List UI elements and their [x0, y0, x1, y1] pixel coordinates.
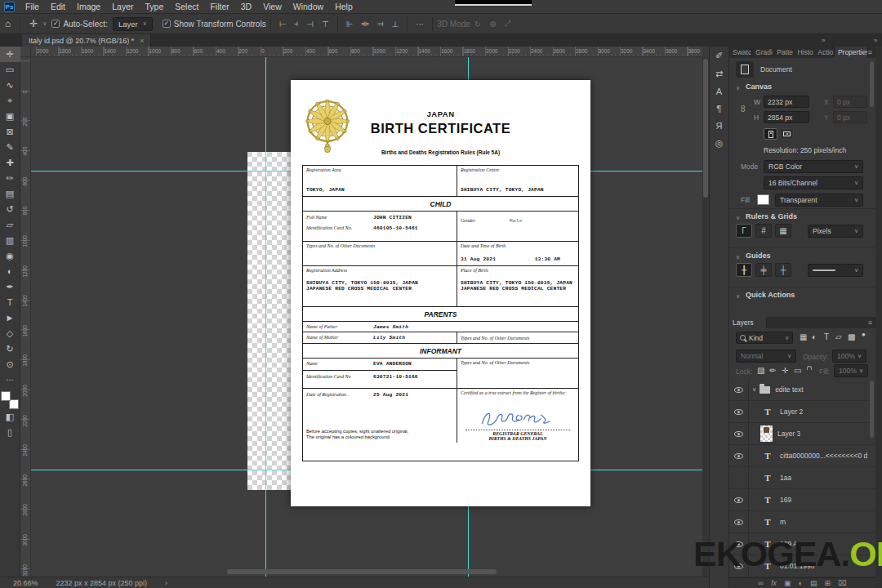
- fill-swatch[interactable]: [757, 194, 769, 205]
- filter-type-layers-icon[interactable]: T: [824, 332, 829, 341]
- certificate-page[interactable]: JAPAN BIRTH CERTIFICATE Births and Death…: [291, 80, 590, 506]
- home-icon[interactable]: ⌂: [0, 14, 16, 34]
- path-selection-tool[interactable]: ►: [0, 310, 20, 326]
- pen-tool[interactable]: ✒: [0, 279, 20, 295]
- align-left-icon[interactable]: ⊢: [275, 20, 291, 29]
- paragraph-panel-icon[interactable]: ¶: [717, 104, 722, 114]
- layer-mask-icon[interactable]: ▣: [784, 578, 791, 588]
- move-tool-icon[interactable]: ✛: [24, 14, 42, 34]
- toggle-grid-button[interactable]: #: [755, 224, 772, 238]
- vertical-ruler[interactable]: 0200400600800100012001400160018002000220…: [20, 57, 31, 577]
- menu-item[interactable]: Image: [71, 0, 106, 14]
- shape-tool[interactable]: ◇: [0, 326, 20, 341]
- menu-item[interactable]: Type: [139, 0, 169, 14]
- filter-smart-objects-icon[interactable]: ▩: [848, 332, 855, 341]
- link-layers-icon[interactable]: ∞: [759, 578, 764, 588]
- horizontal-scrollbar[interactable]: [31, 568, 702, 575]
- color-swatches[interactable]: [1, 391, 19, 409]
- delete-layer-icon[interactable]: ⌧: [838, 578, 846, 588]
- object-selection-tool[interactable]: ⌖: [0, 93, 20, 109]
- link-dimensions-icon[interactable]: 8: [741, 105, 746, 114]
- lock-position-icon[interactable]: ✛: [782, 366, 788, 375]
- align-top-icon[interactable]: ⊤: [318, 20, 333, 29]
- eyedropper-tool[interactable]: ✎: [0, 140, 20, 155]
- collapse-panels-icon[interactable]: »: [822, 37, 824, 44]
- zoom-tool[interactable]: ⊙: [0, 357, 20, 372]
- tab-gradients[interactable]: Gradi: [752, 47, 773, 58]
- menu-item[interactable]: 3D: [235, 0, 257, 14]
- character-panel-icon[interactable]: A: [716, 87, 722, 96]
- history-brush-tool[interactable]: ↺: [0, 202, 20, 217]
- lock-artboard-icon[interactable]: ▭: [794, 366, 801, 375]
- new-layer-icon[interactable]: ⊞: [824, 578, 831, 588]
- panel-menu-icon[interactable]: ≡: [868, 47, 875, 58]
- quick-mask-icon[interactable]: ◧: [0, 409, 20, 425]
- canvas-section-header[interactable]: Canvas: [746, 82, 772, 91]
- adjustment-layer-icon[interactable]: ◐: [799, 578, 803, 588]
- lock-guides-button[interactable]: ╪: [755, 263, 772, 277]
- tab-patterns[interactable]: Patte: [773, 47, 794, 58]
- document-tab[interactable]: Italy id.psd @ 20.7% (RGB/16) * ×: [22, 34, 151, 47]
- chevron-down-icon[interactable]: ∨: [42, 20, 47, 27]
- toggle-rulers-button[interactable]: Γ: [736, 224, 752, 238]
- collapse-dock-icon[interactable]: »: [874, 37, 876, 44]
- vertical-scrollbar[interactable]: [702, 57, 709, 577]
- transform-panel-icon[interactable]: ⇄: [715, 69, 723, 79]
- guide-style-dropdown[interactable]: ∨: [808, 264, 863, 277]
- layer-name[interactable]: m: [780, 518, 786, 526]
- chevron-down-icon[interactable]: ∨: [736, 215, 740, 221]
- zoom-level[interactable]: 20.66%: [13, 579, 38, 587]
- chevron-down-icon[interactable]: ∨: [736, 85, 740, 91]
- menu-item[interactable]: Window: [287, 0, 329, 14]
- lock-pixels-icon[interactable]: ✏: [769, 366, 776, 375]
- toggle-pixel-grid-button[interactable]: ▦: [775, 224, 791, 238]
- tab-swatches[interactable]: Swatc: [729, 47, 752, 58]
- layer-name[interactable]: edite text: [775, 385, 804, 394]
- distribute-right-icon[interactable]: ⫤: [373, 19, 388, 29]
- horizontal-ruler[interactable]: 2000180016001400120010008006004002000200…: [20, 47, 702, 57]
- portrait-orientation-button[interactable]: [764, 128, 777, 140]
- dodge-tool[interactable]: ◐: [0, 264, 20, 279]
- layer-row[interactable]: T 169: [729, 489, 875, 511]
- close-icon[interactable]: ×: [140, 37, 144, 45]
- menu-item[interactable]: Filter: [204, 0, 234, 14]
- rulers-grids-section-header[interactable]: Rulers & Grids: [746, 212, 797, 220]
- filter-pixel-layers-icon[interactable]: ▦: [800, 332, 807, 341]
- eraser-tool[interactable]: ▱: [0, 217, 20, 233]
- properties-scrollbar[interactable]: [870, 61, 874, 107]
- filter-toggle-icon[interactable]: ●: [862, 331, 866, 338]
- guides-section-header[interactable]: Guides: [746, 252, 771, 260]
- ruler-units-dropdown[interactable]: Pixels∨: [808, 225, 863, 238]
- marquee-tool[interactable]: ▭: [0, 62, 20, 78]
- visibility-toggle[interactable]: [729, 467, 749, 488]
- layer-name[interactable]: 1aa: [780, 474, 791, 482]
- visibility-toggle[interactable]: [729, 511, 749, 532]
- menu-item[interactable]: Layer: [106, 0, 139, 14]
- layer-row[interactable]: T citta0000000...<<<<<<<<0 d: [729, 445, 875, 467]
- fill-dropdown[interactable]: Transparent∨: [775, 194, 863, 207]
- show-transform-checkbox[interactable]: ✓: [163, 20, 171, 28]
- align-right-icon[interactable]: ⊣: [302, 20, 318, 29]
- filter-adjustment-layers-icon[interactable]: ◐: [812, 332, 817, 341]
- distribute-center-icon[interactable]: ⟚: [358, 19, 373, 29]
- filter-shape-layers-icon[interactable]: ▱: [835, 332, 842, 341]
- layer-name[interactable]: 169: [780, 496, 791, 504]
- layer-row[interactable]: T m: [729, 511, 875, 533]
- chevron-down-icon[interactable]: ∨: [736, 293, 740, 300]
- glyphs-panel-icon[interactable]: Я: [716, 121, 723, 131]
- layer-row[interactable]: Layer 3: [729, 423, 875, 445]
- visibility-toggle[interactable]: [729, 423, 749, 444]
- foreground-color-swatch[interactable]: [1, 391, 11, 401]
- more-options-icon[interactable]: ⋯: [412, 20, 428, 29]
- visibility-toggle[interactable]: [729, 401, 749, 422]
- brushes-panel-icon[interactable]: ✐: [715, 51, 723, 61]
- toggle-guides-button[interactable]: ╂: [736, 263, 752, 277]
- visibility-toggle[interactable]: [729, 445, 749, 466]
- tab-layers[interactable]: Layers: [729, 317, 767, 328]
- menu-item[interactable]: View: [257, 0, 287, 14]
- align-center-icon[interactable]: ⫞: [290, 19, 302, 29]
- width-field[interactable]: 2232 px: [764, 96, 809, 108]
- layer-name[interactable]: Layer 2: [780, 408, 803, 416]
- menu-item[interactable]: Select: [169, 0, 204, 14]
- menu-item[interactable]: Edit: [45, 0, 71, 14]
